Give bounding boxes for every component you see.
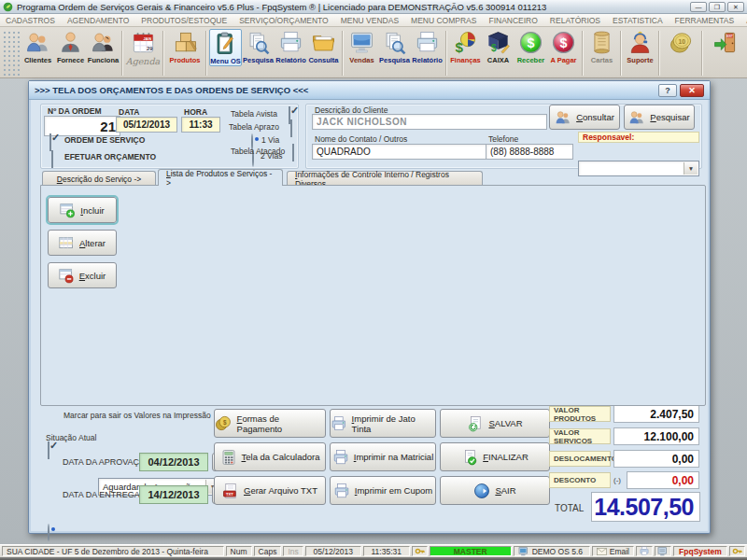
menu-estatistica[interactable]: ESTATISTICA bbox=[613, 16, 663, 25]
chevron-down-icon: ▼ bbox=[684, 162, 698, 175]
dialog-titlebar[interactable]: >>> TELA DOS ORÇAMENTOS E DAS ORDENS DE … bbox=[29, 81, 710, 100]
toolbar-produtos[interactable]: Produtos bbox=[166, 29, 204, 64]
toolbar-fornece[interactable]: Fornece bbox=[54, 29, 87, 64]
toolbar-caixa[interactable]: $ CAIXA bbox=[482, 29, 514, 64]
toolbar-funciona[interactable]: Funciona bbox=[87, 29, 120, 64]
minimize-button[interactable]: — bbox=[690, 2, 707, 12]
svg-text:EXIT: EXIT bbox=[726, 35, 733, 38]
menu-servico-orcamento[interactable]: SERVIÇO/ORÇAMENTO bbox=[239, 16, 329, 25]
toolbar-sair-app[interactable]: EXIT bbox=[705, 29, 744, 55]
lookup-folder-icon bbox=[311, 30, 336, 55]
toolbar-relatorio-os[interactable]: Relatório bbox=[275, 29, 307, 64]
service-order-clipboard-icon bbox=[213, 31, 238, 56]
toolbar-pesquisa-vendas[interactable]: Pesquisa bbox=[378, 29, 411, 64]
toolbar-a-pagar[interactable]: $ A Pagar bbox=[547, 29, 580, 64]
imprimir-jato-button[interactable]: Imprimir de Jato Tinta bbox=[330, 409, 436, 438]
time-field[interactable]: 11:33 bbox=[181, 117, 220, 133]
formas-pagamento-button[interactable]: $ Formas de Pagamento bbox=[214, 409, 326, 438]
printer-icon bbox=[333, 483, 350, 499]
edit-row-icon bbox=[59, 235, 75, 251]
toolbar-moeda[interactable]: 10 bbox=[662, 29, 699, 55]
exit-arrow-icon bbox=[473, 483, 490, 499]
service-order-label: ORDEM DE SERVIÇO bbox=[64, 135, 145, 145]
toolbar-cartas[interactable]: Cartas bbox=[585, 29, 618, 64]
toolbar-grip bbox=[3, 31, 20, 76]
toolbar-separator bbox=[620, 31, 622, 76]
tabela-atacado-checkbox[interactable] bbox=[292, 144, 294, 161]
close-button[interactable]: ✕ bbox=[727, 2, 744, 12]
toolbar-receber[interactable]: $ Receber bbox=[514, 29, 547, 64]
dialog-close-button[interactable]: ✕ bbox=[680, 84, 704, 97]
status-caps: Caps bbox=[254, 546, 282, 556]
menu-agendamento[interactable]: AGENDAMENTO bbox=[67, 16, 129, 25]
tab-lista-produtos[interactable]: Lista de Produtos e Serviços -> bbox=[158, 169, 283, 186]
budget-label: EFETUAR ORÇAMENTO bbox=[64, 152, 156, 161]
salvar-button[interactable]: SALVAR bbox=[440, 409, 550, 438]
menu-cadastros[interactable]: CADASTROS bbox=[6, 16, 55, 25]
sair-button[interactable]: SAIR bbox=[440, 476, 550, 505]
toolbar-vendas[interactable]: Vendas bbox=[345, 29, 378, 64]
pesquisar-button[interactable]: Pesquisar bbox=[624, 105, 695, 130]
calendar-icon: JAN29 bbox=[131, 30, 156, 55]
menu-ferramentas[interactable]: FERRAMENTAS bbox=[675, 16, 735, 25]
status-printer[interactable] bbox=[636, 546, 653, 556]
alterar-button[interactable]: Alterar bbox=[48, 230, 117, 256]
tabela-aprazo-checkbox[interactable] bbox=[290, 119, 292, 137]
print-values-checkbox[interactable] bbox=[48, 441, 49, 459]
client-field[interactable]: JACK NICHOLSON bbox=[312, 114, 547, 130]
product-boxes-icon bbox=[173, 30, 198, 55]
menu-financeiro[interactable]: FINANCEIRO bbox=[488, 16, 537, 25]
order-number-label: Nº DA ORDEM bbox=[48, 106, 102, 116]
budget-checkbox[interactable] bbox=[51, 150, 53, 168]
entrega-date-field[interactable]: 14/12/2013 bbox=[139, 485, 208, 504]
aprovacao-radio[interactable] bbox=[48, 524, 49, 541]
date-field[interactable]: 05/12/2013 bbox=[116, 117, 177, 133]
menu-produtos-estoque[interactable]: PRODUTOS/ESTOQUE bbox=[141, 16, 227, 25]
gerar-txt-button[interactable]: TXT Gerar Arquivo TXT bbox=[214, 476, 326, 505]
imprimir-cupom-button[interactable]: Imprimir em Cupom bbox=[330, 476, 436, 505]
excluir-button[interactable]: Excluir bbox=[48, 262, 117, 288]
total-label: TOTAL bbox=[555, 503, 584, 513]
valor-servicos-value: 12.100,00 bbox=[613, 427, 699, 445]
toolbar-pesquisa-os[interactable]: Pesquisa bbox=[242, 29, 275, 64]
receive-money-icon: $ bbox=[518, 30, 543, 55]
svg-text:$: $ bbox=[528, 35, 535, 50]
menu-compras[interactable]: MENU COMPRAS bbox=[411, 16, 476, 25]
phone-field[interactable]: (88) 8888-8888 bbox=[486, 144, 573, 160]
tab-controle-interno[interactable]: Informações de Controle Interno / Regist… bbox=[287, 171, 483, 186]
search-documents-icon bbox=[382, 30, 407, 55]
key-icon bbox=[732, 546, 742, 556]
toolbar-relatorio-vendas[interactable]: Relatório bbox=[411, 29, 444, 64]
tab-descricao-servico[interactable]: Descrição do Serviço -> bbox=[42, 171, 156, 186]
status-email[interactable]: Email bbox=[592, 546, 634, 556]
service-order-checkbox[interactable] bbox=[49, 133, 51, 151]
dialog-help-button[interactable]: ? bbox=[658, 84, 677, 97]
calculadora-button[interactable]: Tela da Calculadora bbox=[214, 442, 326, 471]
imprimir-matricial-button[interactable]: Imprimir na Matricial bbox=[330, 442, 436, 471]
toolbar-menu-os[interactable]: Menu OS bbox=[209, 29, 242, 66]
toolbar-separator bbox=[445, 31, 447, 76]
responsible-label: Responsavel: bbox=[578, 132, 699, 143]
menu-relatorios[interactable]: RELATÓRIOS bbox=[550, 16, 600, 25]
menu-vendas[interactable]: MENU VENDAS bbox=[341, 16, 399, 25]
sales-monitor-icon bbox=[349, 30, 374, 55]
incluir-button[interactable]: Incluir bbox=[48, 197, 117, 223]
finalizar-button[interactable]: FINALIZAR bbox=[440, 442, 550, 471]
restore-button[interactable]: ❐ bbox=[709, 2, 726, 12]
desconto-value[interactable]: 0,00 bbox=[627, 471, 699, 489]
consultar-button[interactable]: Consultar bbox=[549, 105, 620, 130]
monitor-icon bbox=[657, 547, 669, 556]
toolbar-clientes[interactable]: Clientes bbox=[21, 29, 54, 64]
svg-text:TXT: TXT bbox=[226, 491, 233, 496]
tabela-aprazo-label: Tabela Aprazo bbox=[229, 122, 279, 132]
toolbar-agenda[interactable]: JAN29 Agenda bbox=[125, 29, 161, 66]
toolbar-financas[interactable]: $ Finanças bbox=[449, 29, 482, 64]
toolbar-consulta[interactable]: Consulta bbox=[307, 29, 340, 64]
exit-door-icon: EXIT bbox=[712, 30, 738, 55]
status-display[interactable] bbox=[655, 546, 671, 556]
aprovacao-date-field[interactable]: 04/12/2013 bbox=[139, 453, 208, 471]
responsible-dropdown[interactable]: ▼ bbox=[578, 161, 699, 176]
svg-text:$: $ bbox=[456, 39, 464, 55]
desconto-label: DESCONTO bbox=[549, 472, 611, 488]
toolbar-suporte[interactable]: Suporte bbox=[624, 29, 656, 64]
